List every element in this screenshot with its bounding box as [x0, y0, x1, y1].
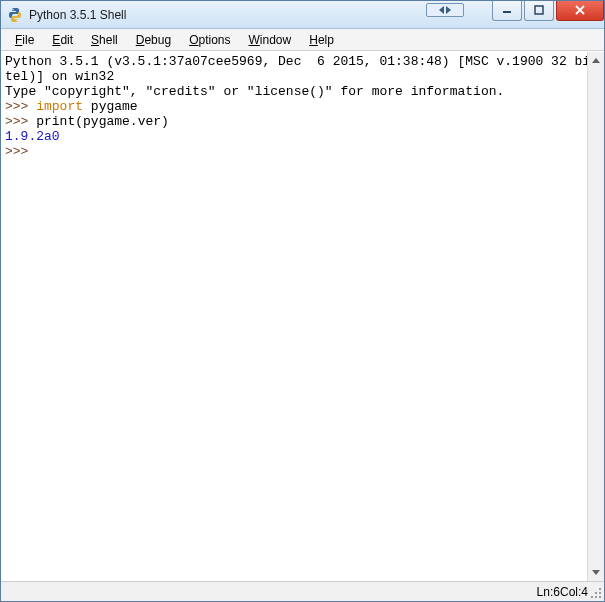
- status-col-value: 4: [581, 585, 588, 599]
- editor-area: Python 3.5.1 (v3.5.1:37a07cee5969, Dec 6…: [1, 51, 604, 581]
- banner-line: Python 3.5.1 (v3.5.1:37a07cee5969, Dec 6…: [5, 54, 587, 69]
- menu-debug[interactable]: Debug: [128, 31, 179, 49]
- code-text: pygame: [83, 99, 138, 114]
- statusbar: Ln: 6 Col: 4: [1, 581, 604, 601]
- window-title: Python 3.5.1 Shell: [29, 8, 490, 22]
- window-frame: Python 3.5.1 Shell File Edit Shell Debug…: [0, 0, 605, 602]
- close-button[interactable]: [556, 1, 604, 21]
- scroll-track[interactable]: [588, 69, 604, 564]
- titlebar-extra-button[interactable]: [426, 3, 464, 17]
- scroll-down-button[interactable]: [588, 564, 604, 581]
- menu-window[interactable]: Window: [241, 31, 300, 49]
- svg-rect-2: [503, 11, 511, 13]
- python-app-icon: [7, 7, 23, 23]
- banner-line: Type "copyright", "credits" or "license(…: [5, 84, 504, 99]
- menu-help[interactable]: Help: [301, 31, 342, 49]
- banner-line: tel)] on win32: [5, 69, 114, 84]
- prompt: >>>: [5, 99, 36, 114]
- menu-file[interactable]: File: [7, 31, 42, 49]
- prompt: >>>: [5, 114, 36, 129]
- resize-grip[interactable]: [590, 587, 602, 599]
- keyword-import: import: [36, 99, 83, 114]
- chevron-up-icon: [592, 58, 600, 63]
- menu-options[interactable]: Options: [181, 31, 238, 49]
- svg-point-0: [12, 9, 13, 10]
- shell-text-area[interactable]: Python 3.5.1 (v3.5.1:37a07cee5969, Dec 6…: [1, 52, 587, 581]
- minimize-icon: [502, 5, 512, 15]
- titlebar[interactable]: Python 3.5.1 Shell: [1, 1, 604, 29]
- menu-shell[interactable]: Shell: [83, 31, 126, 49]
- close-icon: [574, 5, 586, 15]
- status-ln-label: Ln:: [537, 585, 554, 599]
- chevron-down-icon: [592, 570, 600, 575]
- code-text: print(pygame.ver): [36, 114, 169, 129]
- chevron-left-icon: [439, 6, 444, 14]
- window-controls: [490, 1, 604, 21]
- maximize-button[interactable]: [524, 1, 554, 21]
- prompt: >>>: [5, 144, 36, 159]
- menu-edit[interactable]: Edit: [44, 31, 81, 49]
- status-col-label: Col:: [560, 585, 581, 599]
- chevron-right-icon: [446, 6, 451, 14]
- maximize-icon: [534, 5, 544, 15]
- output-line: 1.9.2a0: [5, 129, 60, 144]
- status-ln-value: 6: [553, 585, 560, 599]
- minimize-button[interactable]: [492, 1, 522, 21]
- svg-rect-3: [535, 6, 543, 14]
- scroll-up-button[interactable]: [588, 52, 604, 69]
- vertical-scrollbar[interactable]: [587, 52, 604, 581]
- svg-point-1: [16, 19, 17, 20]
- menubar: File Edit Shell Debug Options Window Hel…: [1, 29, 604, 51]
